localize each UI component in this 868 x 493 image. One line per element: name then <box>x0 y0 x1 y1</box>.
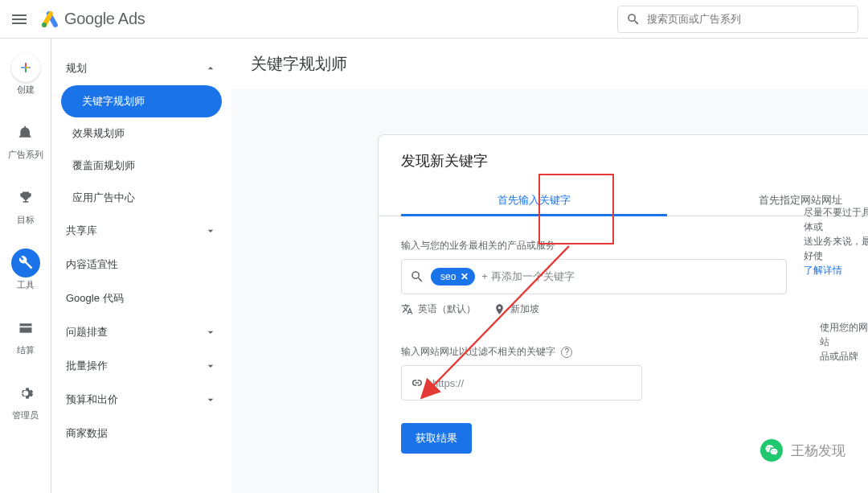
rail-label-create: 创建 <box>17 84 35 96</box>
rail-tools[interactable]: 工具 <box>11 249 40 291</box>
language-selector[interactable]: 英语（默认） <box>401 302 476 316</box>
sidebar-shared[interactable]: 共享库 <box>51 214 231 248</box>
trophy-icon <box>18 190 34 206</box>
search-icon <box>410 269 424 284</box>
hint-text-2: 使用您的网站 品或品牌 <box>820 320 868 364</box>
sidebar-app-center[interactable]: 应用广告中心 <box>51 182 222 214</box>
chevron-down-icon <box>204 326 217 339</box>
field-label-url: 输入网站网址以过滤不相关的关键字 ? <box>401 345 868 359</box>
rail-campaigns[interactable]: 广告系列 <box>8 118 43 161</box>
language-label: 英语（默认） <box>418 302 476 316</box>
rail-label-tools: 工具 <box>17 279 35 291</box>
location-icon <box>493 303 506 315</box>
field-label-products: 输入与您的业务最相关的产品或服务 <box>401 239 868 253</box>
keyword-add-placeholder: + 再添加一个关键字 <box>481 269 574 284</box>
link-icon <box>410 376 424 390</box>
rail-label-goals: 目标 <box>17 214 35 226</box>
sidebar-gtag-label: Google 代码 <box>66 291 124 306</box>
watermark-text: 王杨发现 <box>791 442 845 460</box>
main-content: 关键字规划师 发现新关键字 首先输入关键字 首先指定网站网址 输入与您的业务最相… <box>231 39 868 493</box>
chevron-down-icon <box>204 359 217 372</box>
page-title: 关键字规划师 <box>231 39 868 89</box>
sidebar-reach-planner[interactable]: 覆盖面规划师 <box>51 150 222 182</box>
sidebar-budget[interactable]: 预算和出价 <box>51 383 231 417</box>
sidebar-google-tag[interactable]: Google 代码 <box>51 281 231 315</box>
sidebar-planning-label: 规划 <box>66 61 87 76</box>
hint-text-1: 尽量不要过于具体或 送业务来说，最好使 了解详情 <box>804 205 868 277</box>
location-label: 新加坡 <box>510 302 539 316</box>
url-input[interactable]: https:// <box>401 365 642 401</box>
url-placeholder: https:// <box>432 377 464 389</box>
logo[interactable]: Google Ads <box>40 10 145 29</box>
tab-enter-keywords[interactable]: 首先输入关键字 <box>401 185 667 216</box>
sidebar-merchant[interactable]: 商家数据 <box>51 417 231 450</box>
chip-text: seo <box>440 271 456 282</box>
rail-goals[interactable]: 目标 <box>11 183 40 226</box>
menu-icon[interactable] <box>10 10 29 29</box>
sidebar-budget-label: 预算和出价 <box>66 392 118 407</box>
rail-billing[interactable]: 结算 <box>11 314 40 356</box>
sidebar-merchant-label: 商家数据 <box>66 426 108 441</box>
rail-admin[interactable]: 管理员 <box>11 379 40 421</box>
location-selector[interactable]: 新加坡 <box>493 302 539 316</box>
translate-icon <box>401 303 413 315</box>
sidebar-troubleshoot[interactable]: 问题排查 <box>51 315 231 349</box>
get-results-button[interactable]: 获取结果 <box>401 423 472 454</box>
search-box[interactable] <box>617 6 858 33</box>
chevron-down-icon <box>204 393 217 406</box>
card-title: 发现新关键字 <box>379 151 868 185</box>
sidebar-troubleshoot-label: 问题排查 <box>66 325 108 339</box>
gear-icon <box>18 385 34 401</box>
wrench-icon <box>18 255 34 271</box>
sidebar-planning[interactable]: 规划 <box>51 51 231 85</box>
chevron-down-icon <box>204 224 217 237</box>
rail-label-billing: 结算 <box>17 344 35 356</box>
plus-icon <box>18 60 34 76</box>
chevron-up-icon <box>204 62 217 75</box>
sidebar-keyword-planner[interactable]: 关键字规划师 <box>61 85 222 117</box>
sidebar-content-suitability[interactable]: 内容适宜性 <box>51 248 231 281</box>
sidebar-bulk-label: 批量操作 <box>66 359 108 373</box>
svg-point-0 <box>42 23 47 27</box>
rail-label-admin: 管理员 <box>12 409 39 421</box>
card-icon <box>18 320 34 336</box>
sidebar-performance-planner[interactable]: 效果规划师 <box>51 117 222 150</box>
keyword-chip[interactable]: seo ✕ <box>431 268 475 286</box>
watermark: 王杨发现 <box>754 436 852 465</box>
wechat-icon <box>760 439 783 462</box>
icon-rail: 创建 广告系列 目标 工具 结算 管理员 <box>0 39 51 493</box>
sidebar-bulk[interactable]: 批量操作 <box>51 349 231 383</box>
sidebar-shared-label: 共享库 <box>66 224 97 238</box>
rail-label-campaigns: 广告系列 <box>8 149 43 161</box>
chip-remove-icon[interactable]: ✕ <box>461 271 469 282</box>
rail-create[interactable]: 创建 <box>11 53 40 96</box>
search-input[interactable] <box>647 13 850 25</box>
sidebar-content-label: 内容适宜性 <box>66 257 118 272</box>
keyword-input-box[interactable]: seo ✕ + 再添加一个关键字 <box>401 259 787 294</box>
google-ads-logo-icon <box>40 10 59 29</box>
sidebar: 规划 关键字规划师 效果规划师 覆盖面规划师 应用广告中心 共享库 内容适宜性 … <box>51 39 231 493</box>
search-icon <box>626 12 641 27</box>
logo-text: Google Ads <box>64 10 145 28</box>
help-icon[interactable]: ? <box>561 347 572 358</box>
learn-more-link[interactable]: 了解详情 <box>804 263 868 277</box>
megaphone-icon <box>18 125 34 141</box>
